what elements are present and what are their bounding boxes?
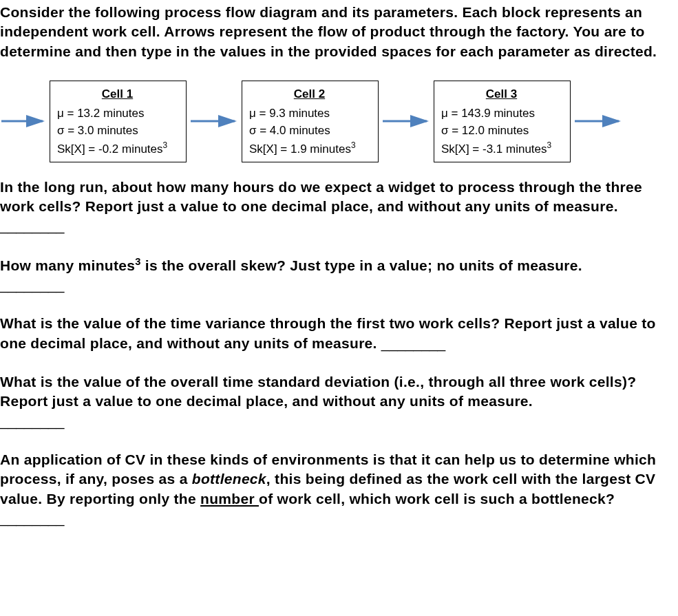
answer-blank[interactable]: ________ xyxy=(0,510,64,526)
question-2: How many minutes3 is the overall skew? J… xyxy=(0,255,678,295)
question-4: What is the value of the overall time st… xyxy=(0,372,678,431)
process-flow-diagram: Cell 1 μ = 13.2 minutes σ = 3.0 minutes … xyxy=(0,81,678,162)
question-1: In the long run, about how many hours do… xyxy=(0,178,678,236)
cell-title: Cell 2 xyxy=(249,85,370,103)
arrow-icon xyxy=(187,114,242,128)
cell-1: Cell 1 μ = 13.2 minutes σ = 3.0 minutes … xyxy=(50,81,187,162)
answer-blank[interactable]: ________ xyxy=(381,335,445,351)
cell-sigma: σ = 4.0 minutes xyxy=(249,122,370,140)
cell-mu: μ = 9.3 minutes xyxy=(249,105,370,123)
cell-2: Cell 2 μ = 9.3 minutes σ = 4.0 minutes S… xyxy=(242,81,379,162)
cell-title: Cell 3 xyxy=(441,85,562,103)
answer-blank[interactable]: ________ xyxy=(0,217,64,233)
cell-skew: Sk[X] = -3.1 minutes3 xyxy=(441,140,562,158)
answer-blank[interactable]: ________ xyxy=(0,277,64,293)
cell-3: Cell 3 μ = 143.9 minutes σ = 12.0 minute… xyxy=(434,81,571,162)
cell-skew: Sk[X] = -0.2 minutes3 xyxy=(57,140,178,158)
cell-mu: μ = 143.9 minutes xyxy=(441,105,562,123)
intro-paragraph: Consider the following process flow diag… xyxy=(0,0,678,61)
answer-blank[interactable]: ________ xyxy=(0,413,64,429)
cell-skew: Sk[X] = 1.9 minutes3 xyxy=(249,140,370,158)
cell-mu: μ = 13.2 minutes xyxy=(57,105,178,123)
question-3: What is the value of the time variance t… xyxy=(0,314,678,353)
arrow-icon xyxy=(0,114,50,128)
arrow-icon xyxy=(571,114,626,128)
cell-title: Cell 1 xyxy=(57,85,178,103)
question-5: An application of CV in these kinds of e… xyxy=(0,450,678,528)
arrow-icon xyxy=(379,114,434,128)
cell-sigma: σ = 12.0 minutes xyxy=(441,122,562,140)
cell-sigma: σ = 3.0 minutes xyxy=(57,122,178,140)
